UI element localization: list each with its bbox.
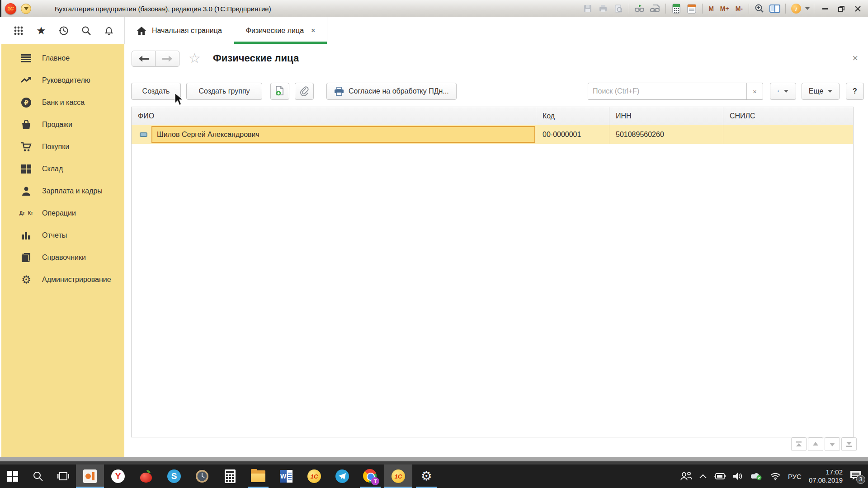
notification-badge: 3 xyxy=(856,475,865,484)
list-item-marker-icon xyxy=(140,132,147,137)
forward-button[interactable] xyxy=(156,51,179,67)
copy-item-button[interactable] xyxy=(270,83,289,100)
sidebar-item-reports[interactable]: Отчеты xyxy=(6,224,124,246)
go-up-button[interactable] xyxy=(808,437,823,451)
copy-document-icon xyxy=(275,86,284,97)
taskbar-app-telegram[interactable] xyxy=(328,465,356,488)
zoom-in-icon[interactable] xyxy=(753,3,766,14)
memory-minus-button[interactable]: M- xyxy=(734,5,745,12)
sidebar-item-operations[interactable]: Дт Кт Операции xyxy=(6,202,124,224)
notifications-bell-icon[interactable] xyxy=(103,24,115,37)
goto-link-icon[interactable] xyxy=(633,3,646,14)
taskbar-search-icon[interactable] xyxy=(25,465,51,488)
separator xyxy=(785,4,786,14)
go-down-button[interactable] xyxy=(825,437,840,451)
active-cell[interactable]: Шилов Сергей Александрович xyxy=(151,126,535,143)
all-sections-icon[interactable] xyxy=(12,24,25,37)
start-button[interactable] xyxy=(0,465,25,488)
taskbar-app-recorder[interactable] xyxy=(76,465,104,488)
clock[interactable]: 17:02 07.08.2019 xyxy=(809,468,843,484)
save-icon[interactable] xyxy=(581,3,594,14)
sidebar-item-administration[interactable]: ⚙ Администрирование xyxy=(6,268,124,291)
get-link-icon[interactable] xyxy=(649,3,661,14)
sidebar-item-salary-hr[interactable]: Зарплата и кадры xyxy=(6,180,124,202)
search-icon[interactable] xyxy=(80,24,93,37)
go-last-button[interactable] xyxy=(841,437,857,451)
create-button[interactable]: Создать xyxy=(131,83,181,100)
search-settings-button[interactable] xyxy=(770,83,796,100)
taskbar-app-calculator[interactable] xyxy=(216,465,244,488)
column-header-inn[interactable]: ИНН xyxy=(609,107,723,125)
search-clear-button[interactable]: × xyxy=(746,83,763,99)
action-center[interactable]: 3 xyxy=(850,470,862,482)
favorites-icon[interactable]: ★ xyxy=(35,24,47,37)
taskbar-app-word[interactable]: W xyxy=(272,465,300,488)
taskbar-app-1c[interactable]: 1С xyxy=(300,465,328,488)
column-header-snils[interactable]: СНИЛС xyxy=(723,107,853,125)
language-indicator[interactable]: РУС xyxy=(788,473,802,480)
tab-close-icon[interactable]: × xyxy=(311,27,315,35)
taskbar-app-explorer[interactable] xyxy=(244,465,272,488)
sidebar-item-catalogs[interactable]: Справочники xyxy=(6,246,124,268)
cell-inn[interactable]: 501089560260 xyxy=(609,125,723,144)
consent-print-button[interactable]: Согласие на обработку ПДн... xyxy=(326,83,457,100)
tray-chevron-icon[interactable] xyxy=(699,474,707,479)
sidebar-item-bank-cash[interactable]: ₽ Банк и касса xyxy=(6,91,124,113)
calculator-icon[interactable] xyxy=(670,3,683,14)
sidebar-item-sales[interactable]: Продажи xyxy=(6,113,124,136)
cell-fio[interactable]: Шилов Сергей Александрович xyxy=(132,125,536,144)
individuals-table: ФИО Код ИНН СНИЛС Шилов Сергей Александр… xyxy=(131,107,854,437)
taskbar-app-skype[interactable]: S xyxy=(160,465,188,488)
battery-icon[interactable] xyxy=(714,473,726,480)
more-button[interactable]: Еще xyxy=(802,83,840,100)
go-first-button[interactable] xyxy=(791,437,807,451)
info-dropdown-icon[interactable] xyxy=(805,7,810,10)
preview-icon[interactable] xyxy=(612,3,625,14)
cell-code[interactable]: 00-0000001 xyxy=(536,125,609,144)
volume-icon[interactable] xyxy=(733,472,744,480)
attachments-button[interactable] xyxy=(295,83,314,100)
taskbar-app-yandex[interactable]: Y xyxy=(104,465,132,488)
taskbar-app-chrome[interactable]: Т xyxy=(356,465,384,488)
magnifier-icon xyxy=(778,87,779,96)
shopping-cart-icon xyxy=(20,141,32,153)
taskbar-app-apple[interactable] xyxy=(132,465,160,488)
apple-app-icon xyxy=(140,470,152,483)
memory-plus-button[interactable]: M+ xyxy=(718,5,731,12)
restore-button[interactable] xyxy=(835,3,848,14)
tab-individuals[interactable]: Физические лица × xyxy=(234,17,328,44)
memory-m-button[interactable]: M xyxy=(707,5,716,12)
favorite-star-icon[interactable]: ☆ xyxy=(189,51,201,66)
create-group-button[interactable]: Создать группу xyxy=(186,83,262,100)
taskbar-app-clock[interactable] xyxy=(188,465,216,488)
task-view-icon[interactable] xyxy=(51,465,76,488)
sidebar-item-warehouse[interactable]: Склад xyxy=(6,158,124,180)
taskbar-app-1c-active[interactable]: 1С xyxy=(384,465,412,488)
calculator-app-icon xyxy=(225,469,236,483)
column-header-fio[interactable]: ФИО xyxy=(132,107,536,125)
back-button[interactable] xyxy=(132,51,156,67)
people-icon[interactable] xyxy=(680,472,692,481)
cell-snils[interactable] xyxy=(723,125,853,144)
search-input[interactable] xyxy=(588,83,746,99)
bar-chart-icon xyxy=(20,230,32,241)
form-close-icon[interactable]: × xyxy=(852,52,858,64)
main-menu-button[interactable] xyxy=(21,4,31,14)
sidebar-item-manager[interactable]: Руководителю xyxy=(6,69,124,91)
column-header-code[interactable]: Код xyxy=(536,107,609,125)
table-row[interactable]: Шилов Сергей Александрович 00-0000001 50… xyxy=(132,125,853,144)
minimize-button[interactable] xyxy=(818,3,832,14)
close-button[interactable] xyxy=(851,3,864,14)
calendar-icon[interactable] xyxy=(685,3,698,14)
sidebar-item-main[interactable]: Главное xyxy=(6,47,124,69)
cloud-sync-icon[interactable] xyxy=(751,472,763,480)
help-button[interactable]: ? xyxy=(846,83,864,100)
tab-home[interactable]: Начальная страница xyxy=(124,17,234,44)
taskbar-app-settings[interactable]: ⚙ xyxy=(412,465,440,488)
info-icon[interactable]: i xyxy=(790,3,802,14)
sidebar-item-purchases[interactable]: Покупки xyxy=(6,136,124,158)
history-icon[interactable] xyxy=(57,24,70,37)
wifi-icon[interactable] xyxy=(770,472,781,480)
split-window-icon[interactable] xyxy=(769,3,781,14)
print-icon[interactable] xyxy=(597,3,609,14)
